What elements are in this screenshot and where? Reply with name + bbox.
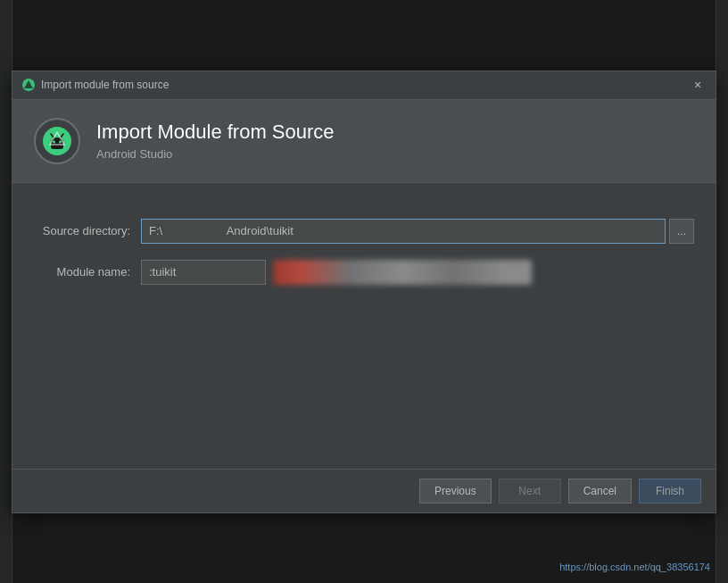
dialog-main-title: Import Module from Source bbox=[96, 121, 335, 144]
android-studio-small-icon bbox=[21, 78, 36, 92]
dialog-footer: Previous Next Cancel Finish bbox=[12, 469, 716, 512]
finish-button[interactable]: Finish bbox=[639, 479, 701, 504]
source-directory-row: Source directory: ... bbox=[34, 219, 694, 244]
source-directory-input[interactable] bbox=[141, 219, 666, 244]
import-module-dialog: Import module from source × bbox=[12, 71, 716, 513]
redacted-content bbox=[273, 260, 532, 285]
cancel-button[interactable]: Cancel bbox=[568, 479, 632, 504]
svg-point-4 bbox=[59, 140, 62, 143]
previous-button[interactable]: Previous bbox=[419, 479, 492, 504]
source-directory-label: Source directory: bbox=[34, 224, 141, 237]
source-directory-input-group: ... bbox=[141, 219, 694, 244]
module-name-label: Module name: bbox=[34, 265, 141, 279]
android-logo bbox=[34, 118, 80, 164]
svg-point-3 bbox=[53, 140, 55, 143]
next-button[interactable]: Next bbox=[499, 479, 561, 504]
header-text-group: Import Module from Source Android Studio bbox=[96, 121, 335, 161]
dialog-title-bar: Import module from source × bbox=[12, 71, 716, 100]
dialog-overlay: Import module from source × bbox=[0, 0, 728, 583]
dialog-content: Source directory: ... Module name: bbox=[12, 183, 716, 469]
dialog-header: Import Module from Source Android Studio bbox=[12, 100, 716, 183]
dialog-title-text: Import module from source bbox=[41, 79, 169, 91]
title-bar-left: Import module from source bbox=[21, 78, 169, 92]
dialog-subtitle: Android Studio bbox=[96, 147, 335, 161]
android-studio-logo bbox=[41, 125, 73, 157]
module-name-input[interactable] bbox=[141, 260, 266, 285]
module-name-row: Module name: bbox=[34, 260, 694, 285]
browse-button[interactable]: ... bbox=[669, 219, 694, 244]
dialog-close-button[interactable]: × bbox=[689, 76, 707, 94]
